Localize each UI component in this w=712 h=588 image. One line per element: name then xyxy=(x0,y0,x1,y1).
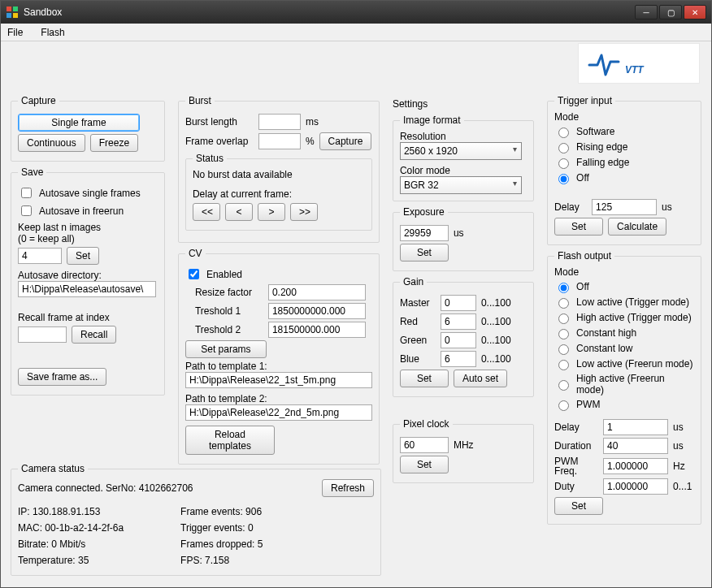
resize-factor-label: Resize factor xyxy=(195,287,263,298)
flash-duty-input[interactable] xyxy=(603,478,668,495)
recall-label: Recall frame at index xyxy=(18,312,158,323)
single-frame-button[interactable]: Single frame xyxy=(18,114,140,132)
flash-low-trig-radio[interactable] xyxy=(558,298,569,309)
maximize-button[interactable]: ▢ xyxy=(659,5,682,19)
gain-range-1: 0...100 xyxy=(481,297,511,309)
set-params-button[interactable]: Set params xyxy=(185,340,267,358)
pixel-clock-set-button[interactable]: Set xyxy=(400,456,449,473)
reload-templates-button[interactable]: Reload templates xyxy=(185,426,275,455)
autosave-dir-input[interactable] xyxy=(18,281,156,297)
gain-autoset-button[interactable]: Auto set xyxy=(454,370,507,387)
freeze-button[interactable]: Freeze xyxy=(90,134,138,152)
flash-pwmfreq-label: PWM Freq. xyxy=(554,456,598,476)
pixel-clock-input[interactable] xyxy=(400,437,449,453)
burst-capture-button[interactable]: Capture xyxy=(319,132,372,150)
svg-rect-2 xyxy=(7,13,11,18)
save-frame-as-button[interactable]: Save frame as... xyxy=(18,368,106,386)
flash-duration-input[interactable] xyxy=(603,438,668,454)
flash-pwm-radio[interactable] xyxy=(558,400,569,411)
trigger-delay-label: Delay xyxy=(554,201,587,213)
resize-factor-input[interactable] xyxy=(268,284,366,300)
close-button[interactable]: ✕ xyxy=(684,5,706,19)
burst-group: Burst Burst length ms Frame overlap % Ca… xyxy=(178,95,380,243)
gain-red-input[interactable] xyxy=(441,313,476,330)
continuous-button[interactable]: Continuous xyxy=(18,134,85,152)
threshold2-input[interactable] xyxy=(268,322,366,338)
autosave-single-checkbox[interactable] xyxy=(21,188,32,198)
flash-delay-unit: us xyxy=(673,422,684,433)
flash-mode-label: Mode xyxy=(554,266,694,278)
save-group: Save Autosave single frames Autosave in … xyxy=(11,166,165,396)
exposure-set-button[interactable]: Set xyxy=(400,244,449,262)
burst-nav-last-button[interactable]: >> xyxy=(290,203,318,221)
menu-flash[interactable]: Flash xyxy=(37,25,67,40)
autosave-freerun-checkbox[interactable] xyxy=(21,205,32,216)
burst-length-input[interactable] xyxy=(258,114,301,130)
frame-overlap-unit: % xyxy=(306,136,315,147)
flash-high-free-radio[interactable] xyxy=(558,380,569,391)
flash-duty-unit: 0...1 xyxy=(673,481,692,492)
recall-button[interactable]: Recall xyxy=(72,326,116,344)
svg-text:VTT: VTT xyxy=(625,64,645,76)
trigger-calculate-button[interactable]: Calculate xyxy=(608,218,666,236)
burst-nav-prev-button[interactable]: < xyxy=(225,203,253,221)
flash-set-button[interactable]: Set xyxy=(554,497,603,515)
trigger-rising-radio[interactable] xyxy=(558,143,569,153)
gain-green-input[interactable] xyxy=(441,332,476,348)
exposure-input[interactable] xyxy=(400,225,449,241)
cv-enabled-checkbox[interactable] xyxy=(189,269,199,279)
flash-pwmfreq-input[interactable] xyxy=(603,458,668,474)
autosave-single-label: Autosave single frames xyxy=(39,188,141,199)
threshold1-label: Treshold 1 xyxy=(195,305,263,317)
path1-label: Path to template 1: xyxy=(185,361,372,372)
image-format-group: Image format Resolution 2560 x 1920 Colo… xyxy=(393,115,534,201)
refresh-button[interactable]: Refresh xyxy=(322,479,374,497)
trigger-software-radio[interactable] xyxy=(558,128,569,138)
burst-nav-next-button[interactable]: > xyxy=(258,203,285,221)
exposure-legend: Exposure xyxy=(400,206,448,218)
cv-enabled-label: Enabled xyxy=(206,269,242,280)
path1-input[interactable] xyxy=(185,372,372,388)
gain-master-input[interactable] xyxy=(441,295,476,311)
resolution-label: Resolution xyxy=(400,131,527,142)
color-mode-select[interactable]: BGR 32 xyxy=(400,176,522,194)
trigger-falling-radio[interactable] xyxy=(558,158,569,169)
flash-const-high-radio[interactable] xyxy=(558,329,569,339)
trigger-input-group: Trigger input Mode Software Rising edge … xyxy=(547,95,701,245)
gain-blue-input[interactable] xyxy=(441,351,476,367)
flash-delay-label: Delay xyxy=(554,422,598,433)
threshold2-label: Treshold 2 xyxy=(195,324,263,335)
recall-index-input[interactable] xyxy=(18,326,67,343)
keep-set-button[interactable]: Set xyxy=(67,247,99,265)
gain-legend: Gain xyxy=(400,276,427,288)
svg-rect-3 xyxy=(13,13,18,18)
burst-nav-first-button[interactable]: << xyxy=(193,203,220,221)
menu-file[interactable]: File xyxy=(4,25,26,40)
flash-low-free-radio[interactable] xyxy=(558,360,569,370)
flash-high-trig-radio[interactable] xyxy=(558,313,569,324)
color-mode-label: Color mode xyxy=(400,165,527,176)
trigger-delay-input[interactable] xyxy=(592,199,657,215)
frame-overlap-input[interactable] xyxy=(258,133,301,149)
threshold1-input[interactable] xyxy=(268,303,366,319)
trigger-input-legend: Trigger input xyxy=(554,95,615,106)
resolution-select[interactable]: 2560 x 1920 xyxy=(400,142,522,160)
flash-duty-label: Duty xyxy=(554,481,598,492)
burst-status-legend: Status xyxy=(193,153,227,164)
trigger-delay-unit: us xyxy=(662,201,672,213)
gain-set-button[interactable]: Set xyxy=(400,370,449,387)
autosave-dir-label: Autosave directory: xyxy=(18,270,158,281)
trigger-off-radio[interactable] xyxy=(558,174,569,184)
flash-off-radio[interactable] xyxy=(558,283,569,293)
trigger-mode-label: Mode xyxy=(554,111,694,123)
minimize-button[interactable]: ─ xyxy=(635,5,658,19)
flash-const-low-radio[interactable] xyxy=(558,344,569,355)
camera-status-legend: Camera status xyxy=(18,463,88,474)
cv-group: CV Enabled Resize factor Treshold 1 Tres… xyxy=(178,248,380,465)
flash-high-free-label: High active (Freerun mode) xyxy=(576,373,694,396)
camera-trigger-events: Trigger events: 0 xyxy=(180,520,263,536)
trigger-set-button[interactable]: Set xyxy=(554,218,603,236)
keep-n-input[interactable] xyxy=(18,248,62,264)
flash-delay-input[interactable] xyxy=(603,419,668,435)
path2-input[interactable] xyxy=(185,404,372,421)
